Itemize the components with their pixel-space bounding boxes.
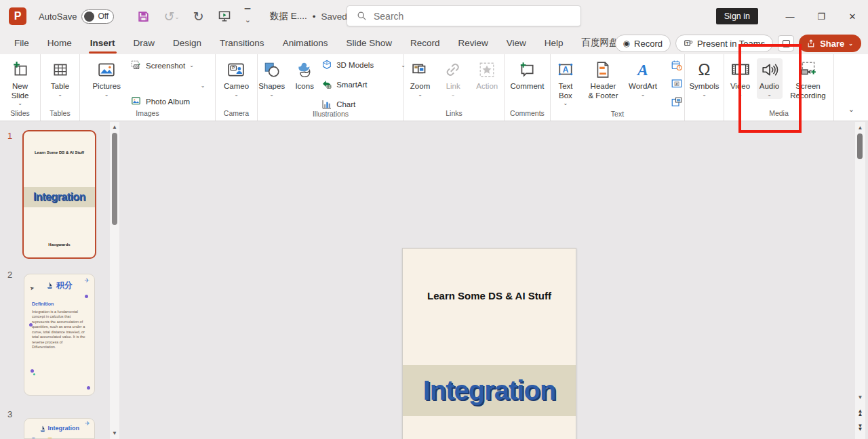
start-slideshow-icon[interactable] <box>218 9 231 23</box>
search-box[interactable] <box>347 5 581 26</box>
tab-slide-show[interactable]: Slide Show <box>346 33 392 54</box>
green-dot-decoration <box>33 373 35 375</box>
slide-canvas[interactable]: Learn Some DS & AI Stuff Integration Hao… <box>402 248 576 439</box>
new-slide-button[interactable]: New Slide ⌄ <box>0 58 40 108</box>
panel-scrollbar-thumb[interactable] <box>112 133 117 225</box>
main-vertical-scrollbar[interactable]: ▲ ▼ ▲▲ ▼▼ <box>855 122 865 439</box>
svg-text:A: A <box>636 61 648 79</box>
slide-3-thumbnail[interactable]: ✈ Integration Types <box>24 418 95 439</box>
pictures-button[interactable]: Pictures ⌄ <box>90 58 123 99</box>
screenshot-button[interactable]: Screenshot ⌄ <box>130 60 194 71</box>
teams-icon: T <box>684 39 693 48</box>
ribbon-group-tables: Table ⌄ Tables <box>41 54 80 121</box>
side-panel-button[interactable] <box>778 35 794 51</box>
present-in-teams-button[interactable]: T Present in Teams <box>675 35 773 52</box>
shapes-button[interactable]: Shapes ⌄ <box>256 58 288 99</box>
group-label-illustrations: Illustrations <box>258 110 403 121</box>
redo-button[interactable]: ↻ <box>193 10 204 23</box>
tab-review[interactable]: Review <box>458 33 488 54</box>
search-input[interactable] <box>374 11 564 22</box>
panel-scroll-down-icon[interactable]: ▼ <box>110 430 119 437</box>
next-slide-button[interactable]: ▼▼ <box>855 424 865 431</box>
slide-3-number: 3 <box>7 409 12 419</box>
audio-button[interactable]: Audio ⌄ <box>757 58 783 99</box>
photo-album-button[interactable]: Photo Album <box>130 96 194 107</box>
minimize-button[interactable]: — <box>774 0 806 33</box>
scroll-down-icon[interactable]: ▼ <box>855 394 865 401</box>
tab-baidu-netdisk[interactable]: 百度网盘 <box>582 32 618 55</box>
record-dot-icon: ◉ <box>623 39 630 48</box>
table-button[interactable]: Table ⌄ <box>48 58 73 99</box>
comment-button[interactable]: Comment <box>508 58 547 93</box>
sailboat-icon <box>46 282 54 289</box>
tabs-right-actions: ◉ Record T Present in Teams Share ⌄ <box>615 35 861 52</box>
tab-transitions[interactable]: Transitions <box>220 33 264 54</box>
smartart-button[interactable]: SmartArt <box>321 79 406 90</box>
title-bar: P AutoSave Off ↺⌄ ↻ ▔⌄ 数据 E.... • Saved … <box>0 0 868 33</box>
autosave-control: AutoSave Off <box>39 9 114 24</box>
text-box-button[interactable]: A Text Box ⌄ <box>551 58 580 108</box>
cameo-button[interactable]: P Cameo ⌄ <box>221 58 252 99</box>
restore-button[interactable]: ❐ <box>806 0 837 33</box>
svg-text:P: P <box>233 66 235 70</box>
group-label-camera: Camera <box>216 109 257 121</box>
tab-design[interactable]: Design <box>173 33 201 54</box>
thumb1-title: Learn Some DS & AI Stuff <box>24 150 95 154</box>
omega-icon: Ω <box>698 60 711 80</box>
tab-help[interactable]: Help <box>545 33 564 54</box>
tab-file[interactable]: File <box>14 33 29 54</box>
slide-number-button[interactable]: # <box>669 77 684 91</box>
video-button[interactable]: Video ⌄ <box>728 58 753 99</box>
screen-recording-icon <box>798 60 818 80</box>
customize-quick-access-icon[interactable]: ▔⌄ <box>245 9 251 24</box>
tab-view[interactable]: View <box>507 33 526 54</box>
slide-1-number: 1 <box>7 131 12 141</box>
header-footer-button[interactable]: Header & Footer <box>585 58 622 102</box>
thumbnail-panel-scrollbar[interactable]: ▲ ▼ <box>110 122 119 439</box>
zoom-button[interactable]: Zoom ⌄ <box>408 58 433 99</box>
record-button[interactable]: ◉ Record <box>615 35 671 52</box>
object-icon <box>671 96 683 108</box>
autosave-state: Off <box>98 12 108 21</box>
symbols-button[interactable]: Ω Symbols ⌄ <box>686 58 722 99</box>
slide-1-thumbnail[interactable]: Learn Some DS & AI Stuff Integration Hao… <box>22 130 96 259</box>
photo-album-chevron-icon[interactable]: ⌄ <box>201 83 205 89</box>
main-scrollbar-thumb[interactable] <box>857 133 863 159</box>
previous-slide-button[interactable]: ▲▲ <box>855 409 865 416</box>
wordart-chevron-icon: ⌄ <box>641 92 646 98</box>
powerpoint-logo-icon[interactable]: P <box>9 7 26 25</box>
insert-object-button[interactable] <box>669 95 684 110</box>
tab-record[interactable]: Record <box>410 33 440 54</box>
ribbon-group-comments: Comment Comments <box>505 54 551 121</box>
3d-models-button[interactable]: 3D Models ⌄ <box>321 60 406 70</box>
zoom-chevron-icon: ⌄ <box>418 92 422 98</box>
slide-title[interactable]: Learn Some DS & AI Stuff <box>403 290 576 301</box>
undo-chevron-icon: ⌄ <box>174 14 180 20</box>
panel-scroll-up-icon[interactable]: ▲ <box>110 124 119 131</box>
pictures-chevron-icon: ⌄ <box>104 92 109 98</box>
search-icon <box>357 11 367 21</box>
slide-2-number: 2 <box>7 270 12 280</box>
save-icon[interactable] <box>137 10 150 23</box>
undo-button[interactable]: ↺⌄ <box>163 10 179 23</box>
slide-big-word[interactable]: Integration <box>423 375 556 406</box>
icons-button[interactable]: Icons <box>292 58 317 93</box>
scroll-up-icon[interactable]: ▲ <box>855 125 865 131</box>
sign-in-button[interactable]: Sign in <box>716 8 758 24</box>
tab-home[interactable]: Home <box>47 33 72 54</box>
date-and-time-button[interactable] <box>669 58 684 73</box>
link-button: Link ⌄ <box>441 58 465 99</box>
tab-insert[interactable]: Insert <box>90 33 115 54</box>
thumb1-big-word: Integration <box>33 191 85 203</box>
chart-button[interactable]: Chart <box>321 99 406 110</box>
slide-2-thumbnail[interactable]: ✈ ➤ 积分 Definition Integration is a funda… <box>24 274 95 396</box>
share-button[interactable]: Share ⌄ <box>799 35 861 52</box>
collapse-ribbon-chevron-icon[interactable]: ⌄ <box>848 105 854 114</box>
tab-animations[interactable]: Animations <box>283 33 328 54</box>
screen-recording-button[interactable]: Screen Recording <box>786 58 831 102</box>
screenshot-chevron-icon: ⌄ <box>189 62 194 68</box>
close-button[interactable]: ✕ <box>837 0 868 33</box>
autosave-toggle[interactable]: Off <box>81 9 114 24</box>
wordart-button[interactable]: A WordArt ⌄ <box>626 58 660 99</box>
tab-draw[interactable]: Draw <box>134 33 155 54</box>
